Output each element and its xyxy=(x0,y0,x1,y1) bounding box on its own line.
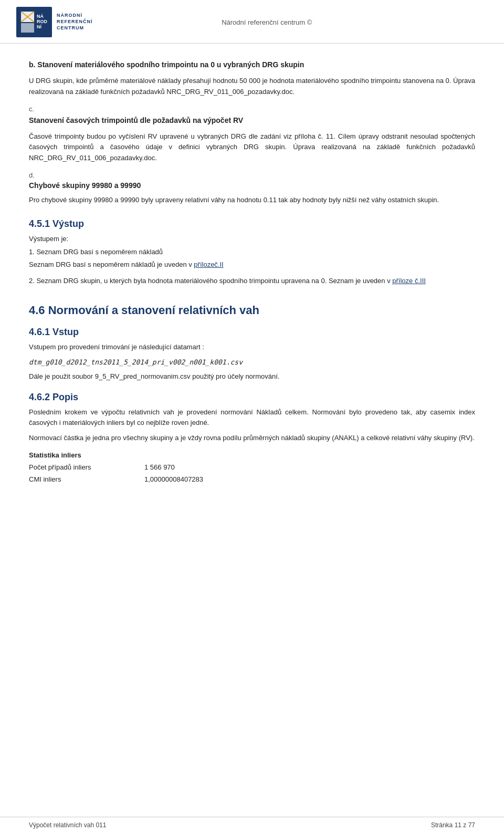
popis-para2: Normovací částka je jedna pro všechny sk… xyxy=(29,433,475,444)
stat-value-1: 1,00000008407283 xyxy=(144,473,249,485)
footer-left: Výpočet relativních vah 011 xyxy=(29,821,106,829)
page-header: NÁ ROD NÍ NÁRODNÍ REFERENČNÍ CENTRUM Nár… xyxy=(0,0,504,44)
svg-text:NÁ: NÁ xyxy=(37,14,44,19)
stat-label-1: CMI inliers xyxy=(29,473,144,485)
footer-right: Stránka 11 z 77 xyxy=(431,821,475,829)
section-b-title: b. Stanovení materiálového spodního trim… xyxy=(29,59,475,70)
vstup-line2: Dále je použit soubor 9_5_RV_pred_normov… xyxy=(29,371,475,382)
stat-row-0: Počet případů inliers 1 566 970 xyxy=(29,461,475,473)
logo-area: NÁ ROD NÍ NÁRODNÍ REFERENČNÍ CENTRUM xyxy=(16,6,93,38)
stat-label-0: Počet případů inliers xyxy=(29,461,144,473)
section-462: 4.6.2 Popis Posledním krokem ve výpočtu … xyxy=(29,392,475,486)
section-d-title-text: Chybové skupiny 99980 a 99990 xyxy=(29,181,141,190)
section-c: c. Stanovení časových trimpointů dle pož… xyxy=(29,105,475,164)
section-c-label: c. xyxy=(29,105,475,113)
heading-46: 4.6 Normování a stanovení relativních va… xyxy=(29,304,475,317)
heading-461: 4.6.1 Vstup xyxy=(29,327,475,338)
header-title: Národní referenční centrum © xyxy=(93,18,441,26)
section-d-para1: Pro chybové skupiny 99980 a 99990 byly u… xyxy=(29,195,475,206)
section-b: b. Stanovení materiálového spodního trim… xyxy=(29,59,475,98)
svg-text:ROD: ROD xyxy=(37,19,48,24)
section-c-para1: Časové trimpointy budou po vyčíslení RV … xyxy=(29,131,475,164)
main-content: b. Stanovení materiálového spodního trim… xyxy=(0,44,504,528)
section-451: 4.5.1 Výstup Výstupem je: 1. Seznam DRG … xyxy=(29,218,475,287)
svg-marker-2 xyxy=(21,23,34,33)
heading-451: 4.5.1 Výstup xyxy=(29,218,475,230)
section-461: 4.6.1 Vstup Vstupem pro provedení trimov… xyxy=(29,327,475,382)
vystup-line1: Výstupem je: xyxy=(29,234,475,245)
section-b-label: b. xyxy=(29,60,35,69)
section-d-label: d. xyxy=(29,171,475,179)
logo-line2: REFERENČNÍ xyxy=(57,19,93,25)
section-c-title-text: Stanovení časových trimpointů dle požada… xyxy=(29,116,243,124)
svg-text:NÍ: NÍ xyxy=(37,24,41,29)
vystup-line4-text: 2. Seznam DRG skupin, u kterých byla hod… xyxy=(29,277,391,285)
heading-462: 4.6.2 Popis xyxy=(29,392,475,403)
page-footer: Výpočet relativních vah 011 Stránka 11 z… xyxy=(0,817,504,833)
stat-value-0: 1 566 970 xyxy=(144,461,249,473)
section-d-title: Chybové skupiny 99980 a 99990 xyxy=(29,181,475,190)
section-b-para1: U DRG skupin, kde průměrné materiálové n… xyxy=(29,76,475,98)
vstup-line1: Vstupem pro provedení trimování je násle… xyxy=(29,342,475,353)
section-b-title-text: Stanovení materiálového spodního trimpoi… xyxy=(37,60,304,69)
section-46: 4.6 Normování a stanovení relativních va… xyxy=(29,304,475,317)
vystup-line3: Seznam DRG basí s nepoměrem nákladů je u… xyxy=(29,259,475,270)
priloze-ii-link[interactable]: přílozeč.II xyxy=(194,261,223,268)
logo-line1: NÁRODNÍ xyxy=(57,13,93,19)
section-c-title: Stanovení časových trimpointů dle požada… xyxy=(29,115,475,126)
vystup-line2: 1. Seznam DRG basí s nepoměrem nákladů xyxy=(29,247,475,258)
logo-line3: CENTRUM xyxy=(57,25,93,32)
stats-table: Počet případů inliers 1 566 970 CMI inli… xyxy=(29,461,475,486)
vystup-line3-text: Seznam DRG basí s nepoměrem nákladů je u… xyxy=(29,261,192,268)
vystup-line4: 2. Seznam DRG skupin, u kterých byla hod… xyxy=(29,276,475,287)
vstup-monospace: dtm_g010_d2012_tns2011_5_2014_pri_v002_n… xyxy=(29,358,475,366)
stats-title: Statistika inliers xyxy=(29,451,475,459)
section-d: d. Chybové skupiny 99980 a 99990 Pro chy… xyxy=(29,171,475,206)
nrc-logo: NÁ ROD NÍ xyxy=(16,6,52,38)
stat-row-1: CMI inliers 1,00000008407283 xyxy=(29,473,475,485)
priloze-iii-link[interactable]: příloze č.III xyxy=(392,277,426,285)
popis-para1: Posledním krokem ve výpočtu relativních … xyxy=(29,407,475,429)
